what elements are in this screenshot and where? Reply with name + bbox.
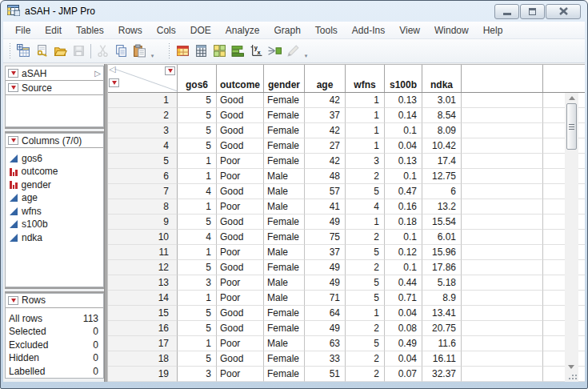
cell-wfns[interactable]: 2 <box>346 367 385 382</box>
cell-s100b[interactable]: 0.1 <box>385 230 422 245</box>
cell-ndka[interactable]: 8.09 <box>422 123 462 138</box>
menu-cols[interactable]: Cols <box>150 23 183 38</box>
cell-outcome[interactable]: Good <box>217 184 264 199</box>
cell-outcome[interactable]: Good <box>217 260 264 275</box>
row-number[interactable]: 15 <box>108 306 178 321</box>
menu-help[interactable]: Help <box>476 23 510 38</box>
tabulate-button[interactable] <box>192 42 210 60</box>
split-table-button[interactable] <box>210 42 229 60</box>
red-triangle-menu-icon[interactable] <box>8 69 18 78</box>
menu-doe[interactable]: DOE <box>183 23 218 38</box>
column-item-gos6[interactable]: gos6 <box>6 151 103 165</box>
menu-view[interactable]: View <box>392 23 427 38</box>
cell-gos6[interactable]: 1 <box>178 169 217 184</box>
row-number[interactable]: 18 <box>108 351 178 367</box>
row-stat-labelled[interactable]: Labelled0 <box>6 365 103 379</box>
cell-ndka[interactable]: 6.01 <box>422 230 462 245</box>
cell-wfns[interactable]: 5 <box>346 336 385 351</box>
menu-tables[interactable]: Tables <box>69 23 111 38</box>
copy-button[interactable] <box>112 42 130 60</box>
menu-rows[interactable]: Rows <box>111 23 150 38</box>
row-number[interactable]: 2 <box>108 108 178 123</box>
cell-s100b[interactable]: 0.1 <box>385 260 422 275</box>
cell-gender[interactable]: Female <box>264 93 305 108</box>
cell-s100b[interactable]: 0.49 <box>385 336 422 351</box>
toolbar-grip-icon[interactable] <box>167 43 170 59</box>
new-data-table-button[interactable] <box>14 42 33 60</box>
cell-age[interactable]: 41 <box>305 199 346 215</box>
cell-s100b[interactable]: 0.07 <box>385 367 422 382</box>
cell-ndka[interactable]: 13.41 <box>422 306 462 321</box>
cell-age[interactable]: 49 <box>305 321 346 336</box>
cell-wfns[interactable]: 1 <box>346 123 385 138</box>
cell-gender[interactable]: Male <box>264 275 305 291</box>
cell-gender[interactable]: Female <box>264 367 305 382</box>
cell-s100b[interactable]: 0.1 <box>385 169 422 184</box>
column-item-ndka[interactable]: ndka <box>6 231 103 244</box>
menu-analyze[interactable]: Analyze <box>218 23 267 38</box>
cell-outcome[interactable]: Good <box>217 108 264 123</box>
cell-s100b[interactable]: 0.04 <box>385 138 422 154</box>
row-number[interactable]: 3 <box>108 123 178 138</box>
row-number[interactable]: 19 <box>108 367 178 382</box>
cell-gos6[interactable]: 1 <box>178 154 217 169</box>
cell-gender[interactable]: Male <box>264 245 305 260</box>
cell-wfns[interactable]: 2 <box>346 260 385 275</box>
cell-outcome[interactable]: Poor <box>217 291 264 306</box>
open-database-button[interactable] <box>33 42 51 60</box>
cell-gender[interactable]: Male <box>264 336 305 351</box>
cell-gender[interactable]: Male <box>264 184 305 199</box>
cell-outcome[interactable]: Poor <box>217 336 264 351</box>
cell-wfns[interactable]: 1 <box>346 93 385 108</box>
cell-age[interactable]: 37 <box>305 108 346 123</box>
cell-age[interactable]: 63 <box>305 336 346 351</box>
cell-wfns[interactable]: 2 <box>346 321 385 336</box>
cell-outcome[interactable]: Poor <box>217 154 264 169</box>
cell-wfns[interactable]: 1 <box>346 138 385 154</box>
column-item-wfns[interactable]: wfns <box>6 204 103 218</box>
source-row[interactable]: Source <box>6 81 103 95</box>
column-header-s100b[interactable]: s100b <box>385 65 422 92</box>
graph-builder-button[interactable] <box>229 42 247 60</box>
cell-age[interactable]: 42 <box>305 123 346 138</box>
scroll-down-icon[interactable] <box>568 365 574 369</box>
cell-age[interactable]: 37 <box>305 245 346 260</box>
cell-s100b[interactable]: 0.04 <box>385 306 422 321</box>
cell-outcome[interactable]: Poor <box>217 275 264 291</box>
cell-s100b[interactable]: 0.18 <box>385 215 422 230</box>
cell-gos6[interactable]: 5 <box>178 215 217 230</box>
cell-outcome[interactable]: Poor <box>217 367 264 382</box>
cell-ndka[interactable]: 20.75 <box>422 321 462 336</box>
cell-outcome[interactable]: Good <box>217 138 264 154</box>
cell-age[interactable]: 49 <box>305 260 346 275</box>
toolbar-grip-icon[interactable] <box>8 43 11 59</box>
rows-menu-icon[interactable] <box>109 78 119 87</box>
cell-outcome[interactable]: Poor <box>217 199 264 215</box>
cell-outcome[interactable]: Good <box>217 93 264 108</box>
cell-gos6[interactable]: 1 <box>178 199 217 215</box>
menu-tools[interactable]: Tools <box>308 23 345 38</box>
cell-s100b[interactable]: 0.1 <box>385 123 422 138</box>
cell-wfns[interactable]: 5 <box>346 291 385 306</box>
row-number[interactable]: 5 <box>108 154 178 169</box>
toolbar-overflow-icon[interactable]: ▾ <box>149 44 156 60</box>
column-item-gender[interactable]: gender <box>6 178 103 191</box>
cell-wfns[interactable]: 1 <box>346 215 385 230</box>
cell-age[interactable]: 51 <box>305 367 346 382</box>
cell-outcome[interactable]: Good <box>217 215 264 230</box>
cell-gos6[interactable]: 5 <box>178 260 217 275</box>
menu-graph[interactable]: Graph <box>266 23 307 38</box>
data-table-button[interactable] <box>174 42 192 60</box>
cell-gos6[interactable]: 5 <box>178 306 217 321</box>
cell-age[interactable]: 42 <box>305 154 346 169</box>
cell-s100b[interactable]: 0.13 <box>385 154 422 169</box>
cell-gender[interactable]: Male <box>264 199 305 215</box>
cell-s100b[interactable]: 0.14 <box>385 108 422 123</box>
panel-splitter[interactable] <box>5 287 104 293</box>
columns-panel-header[interactable]: Columns (7/0) <box>6 134 103 148</box>
cell-s100b[interactable]: 0.08 <box>385 321 422 336</box>
cell-s100b[interactable]: 0.13 <box>385 93 422 108</box>
row-stat-allrows[interactable]: All rows113 <box>6 312 103 326</box>
row-number[interactable]: 4 <box>108 138 178 154</box>
column-item-outcome[interactable]: outcome <box>6 165 103 178</box>
